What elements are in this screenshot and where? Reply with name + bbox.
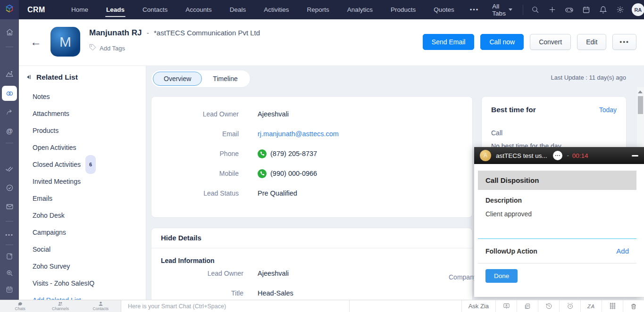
- details-row-lead-owner: Lead Owner Ajeeshvali: [161, 270, 289, 277]
- calendar-icon[interactable]: [578, 0, 595, 19]
- related-item-visits-salesiq[interactable]: Visits - Zoho SalesIQ: [19, 275, 146, 292]
- gear-icon[interactable]: [612, 0, 629, 19]
- zoho-logo[interactable]: [0, 0, 19, 19]
- collapse-panel-icon[interactable]: [25, 74, 32, 80]
- user-avatar[interactable]: RA: [632, 3, 644, 16]
- more-modules-icon[interactable]: •••: [0, 228, 19, 242]
- channels-tab[interactable]: Channels: [40, 300, 80, 312]
- minimize-call-widget-icon[interactable]: [632, 155, 638, 156]
- related-item-zoho-survey[interactable]: Zoho Survey: [19, 258, 146, 275]
- scrollbar-up-arrow[interactable]: [638, 90, 643, 93]
- dialpad-grid-icon[interactable]: [602, 300, 623, 312]
- related-item-label: Visits - Zoho SalesIQ: [33, 275, 94, 292]
- notebook-icon[interactable]: [0, 249, 19, 263]
- add-tags-button[interactable]: Add Tags: [89, 44, 125, 53]
- mail-icon[interactable]: [0, 199, 19, 213]
- nav-item-contacts[interactable]: Contacts: [134, 0, 176, 19]
- related-item-closed-activities[interactable]: Closed Activities6: [19, 156, 146, 173]
- at-mention-icon[interactable]: @: [0, 124, 19, 138]
- gamepad-icon[interactable]: [561, 0, 578, 19]
- related-item-products[interactable]: Products: [19, 122, 146, 139]
- double-check-icon[interactable]: [0, 162, 19, 176]
- description-section: Description Client approved: [478, 190, 636, 239]
- share-arrow-icon[interactable]: [0, 105, 19, 119]
- email-link[interactable]: rj.manjunath@asttecs.com: [258, 130, 339, 138]
- nav-item-home[interactable]: Home: [62, 0, 97, 19]
- task-check-icon[interactable]: [0, 181, 19, 195]
- analytics-mountain-icon[interactable]: [0, 67, 19, 81]
- call-now-button[interactable]: Call now: [480, 34, 524, 50]
- active-module-links-icon[interactable]: [2, 86, 17, 101]
- zoho-crm-app: CRM Home Leads Contacts Accounts Deals A…: [0, 0, 644, 312]
- bell-icon[interactable]: [595, 0, 612, 19]
- phone-call-icon[interactable]: [258, 169, 267, 178]
- best-time-call-row: Call: [491, 129, 502, 137]
- nav-item-reports[interactable]: Reports: [298, 0, 338, 19]
- more-actions-button[interactable]: •••: [612, 34, 636, 50]
- all-tabs-dropdown[interactable]: All Tabs: [485, 3, 519, 17]
- edit-button[interactable]: Edit: [577, 34, 606, 50]
- ask-zia-button[interactable]: Ask Zia: [461, 300, 495, 312]
- nav-item-deals[interactable]: Deals: [221, 0, 255, 19]
- screen-share-icon[interactable]: [495, 300, 517, 312]
- search-icon[interactable]: [527, 0, 544, 19]
- related-item-attachments[interactable]: Attachments: [19, 105, 146, 122]
- caller-name: astTECS test us...: [496, 152, 547, 159]
- nav-menu: Home Leads Contacts Accounts Deals Activ…: [62, 0, 519, 19]
- add-related-list-link[interactable]: Add Related List: [33, 296, 81, 300]
- nav-item-products[interactable]: Products: [382, 0, 425, 19]
- add-followup-link[interactable]: Add: [616, 247, 629, 255]
- documents-icon[interactable]: [517, 300, 538, 312]
- contacts-tab[interactable]: Contacts: [81, 300, 121, 312]
- company-field-label: Company: [449, 273, 477, 281]
- field-label: Email: [151, 130, 239, 138]
- nav-more-ellipsis[interactable]: •••: [463, 6, 486, 13]
- home-icon[interactable]: [0, 25, 19, 39]
- nav-item-accounts[interactable]: Accounts: [176, 0, 221, 19]
- zia-search-icon[interactable]: [0, 266, 19, 280]
- related-item-invited-meetings[interactable]: Invited Meetings: [19, 173, 146, 190]
- smart-chat-input[interactable]: [121, 303, 349, 310]
- best-time-title: Best time for: [491, 106, 536, 114]
- scrollbar-thumb[interactable]: [638, 96, 643, 114]
- nav-item-quotes[interactable]: Quotes: [425, 0, 463, 19]
- related-item-notes[interactable]: Notes: [19, 88, 146, 105]
- nav-item-activities[interactable]: Activities: [255, 0, 298, 19]
- description-label: Description: [485, 197, 629, 204]
- record-header: ← M Manjunath RJ - *astTECS Communicatio…: [19, 19, 644, 66]
- phone-call-icon[interactable]: [258, 149, 267, 158]
- tab-overview[interactable]: Overview: [153, 72, 202, 86]
- zia-icon[interactable]: ZA: [580, 300, 602, 312]
- mobile-number-link[interactable]: (990) 000-0966: [270, 170, 317, 177]
- related-item-social[interactable]: Social: [19, 241, 146, 258]
- plus-icon[interactable]: [544, 0, 561, 19]
- history-icon[interactable]: [538, 300, 559, 312]
- related-list-panel: Related List Notes Attachments Products …: [19, 66, 146, 300]
- back-button[interactable]: ←: [30, 36, 42, 48]
- nav-item-analytics[interactable]: Analytics: [338, 0, 382, 19]
- convert-button[interactable]: Convert: [530, 34, 571, 50]
- today-link[interactable]: Today: [599, 106, 617, 114]
- phone-number-link[interactable]: (879) 205-8737: [270, 150, 317, 157]
- nav-item-leads[interactable]: Leads: [97, 0, 134, 19]
- last-update-text: Last Update : 11 day(s) ago: [551, 74, 626, 81]
- hide-details-toggle[interactable]: Hide Details: [161, 234, 201, 242]
- call-options-icon[interactable]: [553, 151, 562, 160]
- followup-section: FollowUp Action Add: [478, 239, 636, 263]
- tab-timeline[interactable]: Timeline: [202, 72, 248, 86]
- tag-icon: [89, 44, 96, 53]
- description-value[interactable]: Client approved: [485, 210, 629, 218]
- related-item-open-activities[interactable]: Open Activities: [19, 139, 146, 156]
- related-item-campaigns[interactable]: Campaigns: [19, 224, 146, 241]
- related-item-label: Zoho Desk: [33, 207, 65, 224]
- chats-tab[interactable]: Chats: [0, 300, 40, 312]
- app-title: CRM: [27, 6, 45, 14]
- related-item-zoho-desk[interactable]: Zoho Desk: [19, 207, 146, 224]
- related-item-emails[interactable]: Emails: [19, 190, 146, 207]
- bottom-chat-bar: Chats Channels Contacts Ask Zia: [0, 300, 644, 312]
- trash-icon[interactable]: [623, 300, 644, 312]
- send-email-button[interactable]: Send Email: [423, 34, 475, 50]
- alarm-clock-icon[interactable]: [559, 300, 580, 312]
- done-button[interactable]: Done: [485, 269, 518, 283]
- calendar-small-icon[interactable]: [0, 282, 19, 296]
